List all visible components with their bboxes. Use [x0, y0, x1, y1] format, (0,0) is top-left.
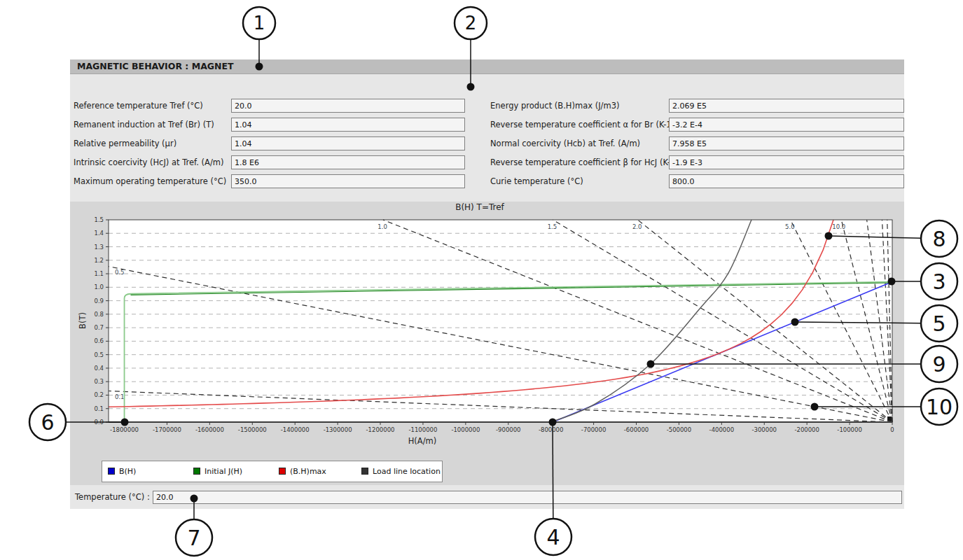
param-input[interactable]: [231, 118, 465, 132]
param-label: Relative permeability (µr): [74, 136, 176, 150]
svg-text:0.4: 0.4: [94, 365, 104, 372]
callout-circle-8: [921, 220, 957, 257]
load-line-label: 0.5: [115, 269, 125, 276]
legend-label: B(H): [119, 467, 136, 476]
y-axis-label: B(T): [78, 312, 88, 329]
callout-circle-9: [921, 346, 957, 382]
legend-item: Load line location: [361, 468, 441, 476]
svg-text:1.1: 1.1: [94, 270, 104, 277]
param-input[interactable]: [231, 136, 465, 150]
callout-circle-5: [921, 305, 957, 342]
origin-marker: [887, 416, 892, 421]
callout-number-4: 4: [546, 525, 560, 550]
legend-item: B(H): [108, 468, 136, 476]
svg-text:0.0: 0.0: [94, 419, 104, 426]
legend-swatch-icon: [108, 468, 115, 475]
svg-text:-1300000: -1300000: [324, 426, 352, 433]
svg-text:1.3: 1.3: [94, 244, 104, 251]
callout-number-7: 7: [187, 526, 200, 550]
svg-text:-1000000: -1000000: [451, 426, 480, 433]
load-line-label: 5.0: [785, 223, 795, 230]
svg-text:-900000: -900000: [496, 426, 521, 433]
svg-text:-800000: -800000: [539, 426, 564, 433]
param-label: Intrinsic coercivity (HcJ) at Tref. (A/m…: [74, 155, 224, 169]
callout-number-10: 10: [926, 395, 952, 419]
svg-text:-300000: -300000: [751, 426, 777, 433]
svg-text:-1800000: -1800000: [110, 426, 139, 433]
svg-text:-700000: -700000: [581, 426, 607, 433]
callout-circle-6: [29, 404, 66, 440]
callout-number-1: 1: [254, 13, 265, 34]
svg-text:0.2: 0.2: [94, 391, 104, 398]
legend-swatch-icon: [193, 468, 200, 475]
legend-swatch-icon: [361, 468, 368, 475]
svg-text:0.9: 0.9: [94, 298, 104, 304]
svg-text:1.2: 1.2: [94, 257, 104, 264]
svg-text:0.7: 0.7: [94, 324, 104, 331]
callout-number-2: 2: [465, 13, 477, 34]
svg-text:0.8: 0.8: [94, 311, 104, 318]
svg-text:-100000: -100000: [837, 426, 862, 433]
param-label: Normal coercivity (Hcb) at Tref. (A/m): [490, 136, 640, 150]
load-line-label: 2.0: [632, 223, 642, 230]
svg-text:0.6: 0.6: [94, 337, 104, 344]
param-label: Remanent induction at Tref (Br) (T): [74, 118, 214, 132]
svg-text:-1700000: -1700000: [153, 426, 181, 433]
legend-label: Initial J(H): [205, 467, 242, 476]
load-line-label: 10.0: [832, 223, 845, 230]
load-line-label: 1.0: [377, 223, 387, 230]
svg-text:0.3: 0.3: [94, 378, 104, 385]
svg-text:1.4: 1.4: [94, 230, 104, 237]
legend-swatch-icon: [279, 468, 286, 475]
svg-text:-1600000: -1600000: [195, 426, 224, 433]
param-label: Maximum operating temperature (°C): [74, 174, 226, 188]
svg-text:-400000: -400000: [709, 426, 735, 433]
callout-circle-4: [535, 519, 571, 555]
temperature-input[interactable]: [153, 491, 902, 504]
svg-text:-1200000: -1200000: [366, 426, 395, 433]
callout-number-6: 6: [41, 410, 54, 435]
x-axis-label: H(A/m): [408, 436, 437, 446]
svg-text:0.1: 0.1: [94, 405, 104, 412]
svg-text:-500000: -500000: [667, 426, 692, 433]
callout-circle-1: [243, 7, 275, 39]
load-line-label: 1.5: [548, 223, 557, 230]
bh-chart: 0.10.51.01.52.05.010.0-1800000-1700000-1…: [70, 190, 904, 485]
param-input[interactable]: [231, 174, 465, 188]
legend-item: (B.H)max: [279, 468, 326, 476]
legend-item: Initial J(H): [193, 468, 242, 476]
param-input[interactable]: [669, 118, 904, 132]
dialog-title: MAGNETIC BEHAVIOR : MAGNET: [70, 59, 904, 74]
load-line-label: 0.1: [115, 393, 125, 400]
callout-circle-10: [921, 388, 957, 425]
callout-circle-2: [455, 7, 487, 39]
legend-label: Load line location: [373, 467, 441, 476]
svg-text:-600000: -600000: [624, 426, 649, 433]
param-input[interactable]: [231, 99, 465, 113]
svg-text:-200000: -200000: [794, 426, 819, 433]
param-input[interactable]: [231, 155, 465, 169]
svg-text:1.5: 1.5: [94, 216, 104, 223]
chart-legend: B(H)Initial J(H)(B.H)maxLoad line locati…: [102, 461, 443, 482]
callout-circle-7: [176, 519, 212, 556]
svg-text:0: 0: [890, 426, 894, 433]
callout-number-8: 8: [932, 227, 945, 251]
param-input[interactable]: [669, 136, 904, 150]
svg-text:-1500000: -1500000: [238, 426, 267, 433]
callout-number-9: 9: [932, 352, 945, 377]
svg-text:0.5: 0.5: [94, 351, 104, 358]
callout-number-3: 3: [932, 270, 945, 294]
callout-number-5: 5: [932, 312, 945, 336]
temperature-label: Temperature (°C) :: [75, 490, 150, 504]
param-label: Curie temperature (°C): [490, 174, 583, 188]
svg-text:1.0: 1.0: [94, 284, 104, 290]
param-label: Reverse temperature coefficient β for Hc…: [490, 155, 679, 169]
param-input[interactable]: [669, 155, 904, 169]
param-label: Reference temperature Tref (°C): [74, 99, 203, 113]
param-input[interactable]: [669, 99, 904, 113]
svg-text:-1100000: -1100000: [408, 426, 437, 433]
legend-label: (B.H)max: [290, 467, 326, 476]
param-label: Energy product (B.H)max (J/m3): [490, 99, 619, 113]
param-input[interactable]: [669, 174, 904, 188]
chart-title: B(H) T=Tref: [455, 202, 504, 212]
